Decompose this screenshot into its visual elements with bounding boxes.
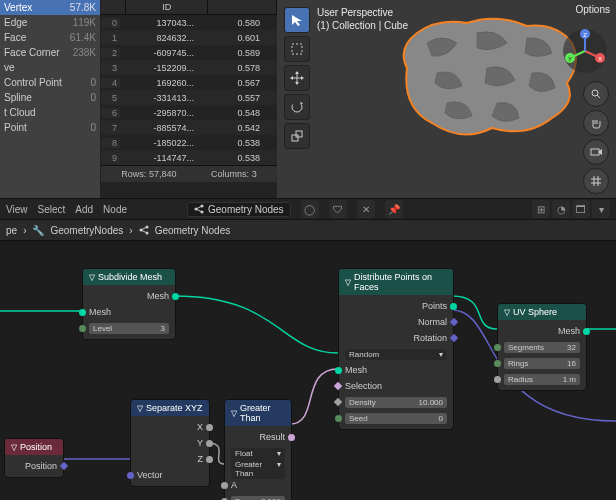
toolbar-right xyxy=(580,78,612,197)
select-tool[interactable] xyxy=(284,36,310,62)
pan-icon[interactable] xyxy=(583,110,609,136)
node-position[interactable]: ▽Position Position xyxy=(4,438,64,478)
menu-add[interactable]: Add xyxy=(75,204,93,215)
zoom-icon[interactable] xyxy=(583,81,609,107)
svg-rect-3 xyxy=(296,131,302,137)
svg-text:X: X xyxy=(598,56,602,62)
table-row[interactable]: 8-185022...0.538 xyxy=(101,135,277,150)
shield-icon[interactable]: ◯ xyxy=(301,200,319,218)
table-row[interactable]: 0137043...0.580 xyxy=(101,15,277,30)
table-row[interactable]: 5-331413...0.557 xyxy=(101,90,277,105)
stat-row[interactable]: Face61.4K xyxy=(0,30,100,45)
table-row[interactable]: 7-885574...0.542 xyxy=(101,120,277,135)
table-row[interactable]: 6-295870...0.548 xyxy=(101,105,277,120)
stat-row[interactable]: Spline0 xyxy=(0,90,100,105)
spreadsheet-header: ID xyxy=(101,0,277,15)
node-editor[interactable]: ▽Subdivide Mesh Mesh Mesh Level3 ▽Positi… xyxy=(0,241,616,500)
stat-row[interactable]: Point0 xyxy=(0,120,100,135)
menu-select[interactable]: Select xyxy=(38,204,66,215)
3d-viewport[interactable]: Options User Perspective (1) Collection … xyxy=(277,0,616,198)
svg-text:Z: Z xyxy=(583,32,587,38)
menu-node[interactable]: Node xyxy=(103,204,127,215)
mesh-object[interactable] xyxy=(387,8,587,148)
stat-row[interactable]: Control Point0 xyxy=(0,75,100,90)
table-row[interactable]: 1824632...0.601 xyxy=(101,30,277,45)
stats-panel: Vertex57.8KEdge119KFace61.4KFace Corner2… xyxy=(0,0,101,198)
camera-icon[interactable] xyxy=(583,139,609,165)
axis-gizmo[interactable]: X Y Z xyxy=(562,28,608,74)
pin-icon[interactable]: 📌 xyxy=(385,200,403,218)
crumb-nodetree[interactable]: Geometry Nodes xyxy=(155,225,231,236)
svg-line-15 xyxy=(597,95,600,98)
nodetree-icon xyxy=(194,204,204,214)
view-opt-1[interactable]: ⊞ xyxy=(532,200,550,218)
toolbar-left xyxy=(281,4,313,152)
table-row[interactable]: 2-609745...0.589 xyxy=(101,45,277,60)
view-opt-3[interactable]: 🗖 xyxy=(572,200,590,218)
crumb-modifier[interactable]: GeometryNodes xyxy=(50,225,123,236)
node-subdivide-mesh[interactable]: ▽Subdivide Mesh Mesh Mesh Level3 xyxy=(82,268,176,340)
stat-row[interactable]: ve xyxy=(0,60,100,75)
node-greater-than[interactable]: ▽Greater Than Result Float▾ Greater Than… xyxy=(224,399,292,500)
svg-text:Y: Y xyxy=(568,56,572,62)
svg-rect-16 xyxy=(591,149,599,155)
crumb-object[interactable]: pe xyxy=(6,225,17,236)
rotate-tool[interactable] xyxy=(284,94,310,120)
stat-row[interactable]: Face Corner238K xyxy=(0,45,100,60)
table-row[interactable]: 4169260...0.567 xyxy=(101,75,277,90)
breadcrumb: pe› 🔧GeometryNodes› Geometry Nodes xyxy=(0,220,616,241)
node-distribute-points[interactable]: ▽Distribute Points on Faces Points Norma… xyxy=(338,268,454,430)
node-editor-header: View Select Add Node Geometry Nodes ◯ 🛡 … xyxy=(0,198,616,220)
move-tool[interactable] xyxy=(284,65,310,91)
grid-icon[interactable] xyxy=(583,168,609,194)
svg-rect-0 xyxy=(292,44,302,54)
spreadsheet-footer: Rows: 57,840 Columns: 3 xyxy=(101,165,277,182)
table-row[interactable]: 9-114747...0.538 xyxy=(101,150,277,165)
cursor-tool[interactable] xyxy=(284,7,310,33)
menu-view[interactable]: View xyxy=(6,204,28,215)
stat-row[interactable]: Vertex57.8K xyxy=(0,0,100,15)
view-opt-4[interactable]: ▾ xyxy=(592,200,610,218)
node-separate-xyz[interactable]: ▽Separate XYZ X Y Z Vector xyxy=(130,399,210,487)
unlink-icon[interactable]: ✕ xyxy=(357,200,375,218)
nodetree-selector[interactable]: Geometry Nodes xyxy=(187,202,291,217)
fake-user-icon[interactable]: 🛡 xyxy=(329,200,347,218)
stat-row[interactable]: t Cloud xyxy=(0,105,100,120)
table-row[interactable]: 3-152209...0.578 xyxy=(101,60,277,75)
svg-rect-2 xyxy=(292,135,298,141)
stat-row[interactable]: Edge119K xyxy=(0,15,100,30)
view-opt-2[interactable]: ◔ xyxy=(552,200,570,218)
node-uv-sphere[interactable]: ▽UV Sphere Mesh Segments32 Rings16 Radiu… xyxy=(497,303,587,391)
scale-tool[interactable] xyxy=(284,123,310,149)
spreadsheet: ID 0137043...0.5801824632...0.6012-60974… xyxy=(101,0,277,198)
